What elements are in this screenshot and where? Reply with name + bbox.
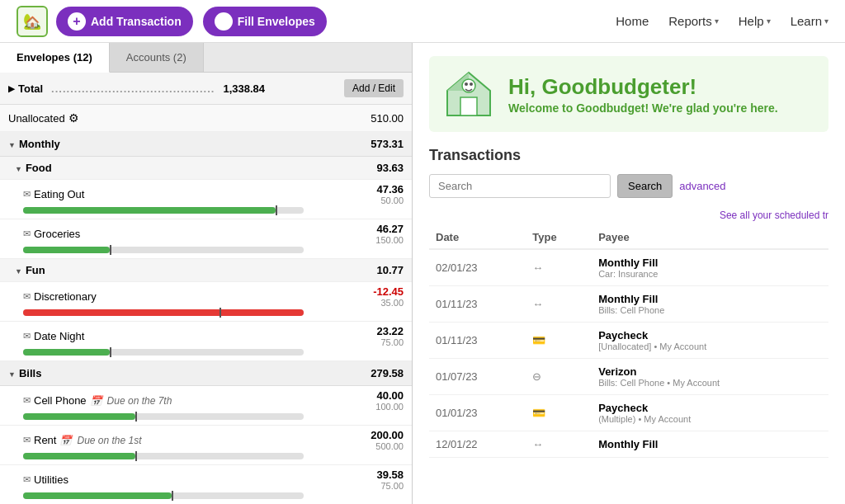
envelope-icon: ✉ [23, 435, 31, 445]
envelope-name: Eating Out [34, 188, 84, 200]
unallocated-row: Unallocated ⚙ 510.00 [0, 105, 412, 132]
transactions-table-body: 02/01/23 ↔ Monthly Fill Car: Insurance 0… [429, 249, 828, 458]
progress-marker [110, 245, 111, 255]
table-row[interactable]: 02/01/23 ↔ Monthly Fill Car: Insurance [429, 249, 828, 286]
progress-bar-fill [23, 207, 276, 214]
table-row[interactable]: 12/01/22 ↔ Monthly Fill [429, 431, 828, 458]
progress-bar-fill [23, 247, 110, 253]
list-item[interactable]: ✉ Date Night 23.22 75.00 [0, 322, 412, 361]
chevron-down-icon: ▾ [824, 16, 828, 26]
envelope-amount: 200.00 [371, 429, 404, 441]
transaction-payee: Monthly Fill Bills: Cell Phone [592, 286, 828, 323]
transaction-type-icon: ⊖ [526, 359, 592, 395]
table-row[interactable]: 01/11/23 💳 Paycheck [Unallocated] • My A… [429, 323, 828, 359]
app-logo: 🏡 [17, 6, 48, 37]
list-item[interactable]: ✉ Eating Out 47.36 50.00 [0, 180, 412, 219]
table-row[interactable]: 01/01/23 💳 Paycheck (Multiple) • My Acco… [429, 395, 828, 431]
subsection-header-food[interactable]: ▼Food93.63 [0, 157, 412, 180]
tabs: Envelopes (12)Accounts (2) [0, 43, 412, 73]
nav-item-home[interactable]: Home [616, 14, 649, 28]
progress-bar-bg [23, 413, 304, 420]
progress-bar-fill [23, 309, 304, 316]
progress-bar-bg [23, 247, 304, 253]
welcome-section: Hi, Goodbudgeter! Welcome to Goodbudget!… [429, 56, 828, 132]
list-item[interactable]: ✉ Utilities 39.58 75.00 [0, 465, 412, 504]
search-button[interactable]: Search [617, 174, 673, 198]
total-row: ▶ Total ................................… [0, 73, 412, 105]
envelope-name: Utilities [34, 473, 68, 486]
progress-bar-fill [23, 349, 110, 356]
section-header-monthly[interactable]: ▼Monthly573.31 [0, 132, 412, 157]
transactions-table-header: DateTypePayee [429, 226, 828, 249]
see-all-link[interactable]: See all your scheduled tr [429, 210, 828, 221]
table-row[interactable]: 01/11/23 ↔ Monthly Fill Bills: Cell Phon… [429, 286, 828, 323]
tab-accounts[interactable]: Accounts (2) [110, 43, 204, 72]
envelope-amount: 47.36 [376, 183, 404, 195]
col-header-payee: Payee [592, 226, 828, 249]
progress-marker [220, 308, 221, 318]
main-content: Envelopes (12)Accounts (2) ▶ Total .....… [0, 43, 845, 504]
col-header-date: Date [429, 226, 526, 249]
envelope-name: Date Night [34, 330, 84, 342]
svg-rect-2 [460, 97, 477, 115]
envelope-name: Discretionary [34, 290, 97, 303]
transactions-table: DateTypePayee 02/01/23 ↔ Monthly Fill Ca… [429, 226, 828, 458]
plus-circle-icon: + [68, 12, 86, 31]
transactions-section: Transactions Search advanced See all you… [429, 147, 828, 458]
envelope-limit: 500.00 [371, 441, 404, 451]
progress-bar-bg [23, 309, 304, 316]
envelope-limit: 50.00 [376, 195, 404, 205]
progress-bar-bg [23, 349, 304, 356]
envelope-amount: -12.45 [373, 285, 404, 298]
fill-envelope-icon: ✉ [215, 12, 233, 31]
fill-envelopes-button[interactable]: ✉ Fill Envelopes [203, 7, 327, 36]
transaction-date: 01/11/23 [429, 286, 526, 323]
tab-envelopes[interactable]: Envelopes (12) [0, 43, 110, 73]
envelope-amount: 23.22 [376, 325, 404, 337]
welcome-logo [442, 68, 495, 120]
envelope-icon: ✉ [23, 395, 31, 406]
welcome-subtext: Welcome to Goodbudget! We're glad you're… [508, 101, 778, 115]
due-date: 📅 Due on the 1st [59, 435, 141, 446]
envelope-amount: 40.00 [375, 389, 404, 402]
envelope-limit: 75.00 [376, 481, 404, 491]
list-item[interactable]: ✉ Groceries 46.27 150.00 [0, 219, 412, 259]
envelope-icon: ✉ [23, 474, 31, 485]
add-transaction-button[interactable]: + Add Transaction [56, 7, 193, 36]
transaction-date: 01/07/23 [429, 359, 526, 395]
nav-item-reports[interactable]: Reports▾ [668, 14, 719, 28]
nav-item-learn[interactable]: Learn▾ [791, 14, 828, 28]
svg-point-5 [470, 82, 473, 86]
nav-item-help[interactable]: Help▾ [739, 14, 771, 28]
search-input[interactable] [429, 174, 611, 198]
progress-bar-bg [23, 207, 304, 214]
total-label: ▶ Total ................................… [8, 82, 265, 95]
section-header-bills[interactable]: ▼Bills279.58 [0, 361, 412, 386]
transaction-payee: Verizon Bills: Cell Phone • My Account [592, 359, 828, 395]
envelope-name: Groceries [34, 228, 80, 240]
transaction-payee: Paycheck (Multiple) • My Account [592, 395, 828, 431]
left-panel: Envelopes (12)Accounts (2) ▶ Total .....… [0, 43, 413, 504]
advanced-link[interactable]: advanced [679, 180, 725, 192]
envelope-list[interactable]: ▶ Total ................................… [0, 73, 412, 504]
list-item[interactable]: ✉ Rent 📅 Due on the 1st 200.00 500.00 [0, 426, 412, 465]
table-row[interactable]: 01/07/23 ⊖ Verizon Bills: Cell Phone • M… [429, 359, 828, 395]
subsection-header-fun[interactable]: ▼Fun10.77 [0, 259, 412, 282]
transaction-payee: Paycheck [Unallocated] • My Account [592, 323, 828, 359]
transaction-type-icon: 💳 [526, 395, 592, 431]
header-nav: HomeReports▾Help▾Learn▾ [616, 14, 828, 28]
transaction-payee: Monthly Fill Car: Insurance [592, 249, 828, 286]
svg-point-4 [465, 82, 468, 86]
transaction-type-icon: ↔ [526, 249, 592, 286]
due-date: 📅 Due on the 7th [90, 395, 172, 407]
transaction-date: 01/01/23 [429, 395, 526, 431]
transaction-type-icon: 💳 [526, 323, 592, 359]
add-edit-button[interactable]: Add / Edit [344, 79, 404, 97]
list-item[interactable]: ✉ Discretionary -12.45 35.00 [0, 282, 412, 322]
header-left: 🏡 + Add Transaction ✉ Fill Envelopes [17, 6, 327, 37]
progress-bar-bg [23, 492, 304, 499]
envelope-name: Rent [34, 434, 56, 446]
welcome-heading: Hi, Goodbudgeter! [508, 74, 778, 100]
list-item[interactable]: ✉ Cell Phone 📅 Due on the 7th 40.00 100.… [0, 386, 412, 426]
envelope-icon: ✉ [23, 331, 31, 341]
